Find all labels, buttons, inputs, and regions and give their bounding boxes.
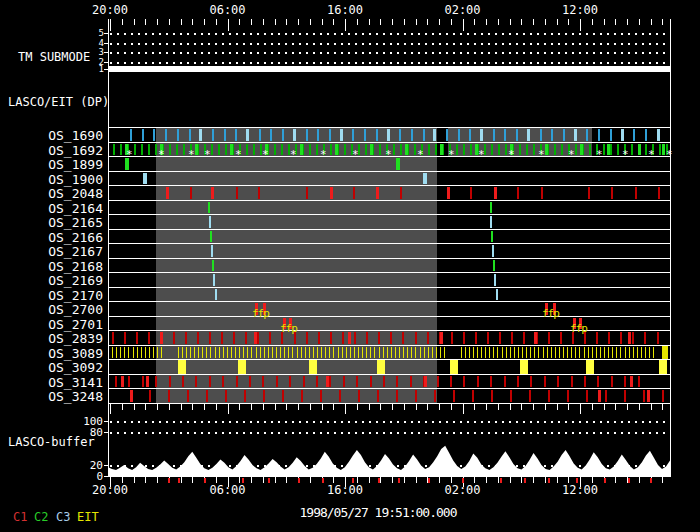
event-tick <box>632 332 634 344</box>
event-tick <box>136 332 138 344</box>
event-tick <box>463 376 465 388</box>
event-tick <box>514 347 515 359</box>
tm-submode-level-tick <box>104 52 108 53</box>
event-tick <box>477 347 478 359</box>
event-tick <box>209 216 211 228</box>
event-tick <box>538 347 539 359</box>
event-tick <box>554 144 556 156</box>
axis-tick-buffer <box>181 404 182 410</box>
event-tick <box>641 347 642 359</box>
event-tick <box>588 187 590 199</box>
event-tick <box>446 129 448 141</box>
event-tick <box>463 332 465 344</box>
asterisk-marker: * <box>126 149 133 160</box>
event-tick <box>370 347 371 359</box>
event-tick <box>112 347 113 359</box>
event-tick <box>511 332 513 344</box>
axis-tick-buffer <box>263 404 264 410</box>
axis-tick-buffer <box>216 404 217 410</box>
event-tick <box>316 144 318 156</box>
event-tick <box>435 144 437 156</box>
event-tick <box>487 332 489 344</box>
row-separator <box>108 287 670 288</box>
event-tick <box>502 347 503 359</box>
asterisk-marker: * <box>158 149 165 160</box>
event-tick <box>534 347 535 359</box>
event-tick <box>427 332 429 344</box>
event-tick <box>407 347 408 359</box>
event-tick <box>149 390 151 402</box>
event-tick <box>638 376 640 388</box>
event-tick <box>432 347 433 359</box>
asterisk-marker: * <box>508 149 515 160</box>
event-tick-bold <box>607 144 610 156</box>
event-tick <box>461 347 462 359</box>
legend-item-c1: C1 <box>13 511 27 523</box>
buffer-gap-tick <box>322 478 324 483</box>
buffer-gap-tick <box>168 478 170 483</box>
event-tick <box>297 347 298 359</box>
event-tick <box>189 129 191 141</box>
buffer-gap-tick <box>178 478 180 483</box>
axis-tick-top <box>216 19 217 25</box>
event-tick <box>225 144 227 156</box>
axis-tick-top <box>627 19 628 25</box>
axis-tick-buffer <box>322 404 323 410</box>
event-tick <box>219 347 220 359</box>
event-tick <box>288 347 289 359</box>
event-tick <box>187 390 189 402</box>
buffer-gap-tick <box>352 478 354 483</box>
event-tick <box>225 390 227 402</box>
event-tick <box>588 347 589 359</box>
asterisk-marker: * <box>417 149 424 160</box>
event-tick <box>218 144 220 156</box>
event-tick <box>526 347 527 359</box>
row-separator <box>108 388 670 389</box>
event-tick <box>211 144 213 156</box>
axis-tick-top <box>427 19 428 25</box>
event-tick <box>604 347 605 359</box>
event-tick <box>470 187 472 199</box>
event-tick <box>157 347 158 359</box>
timeline-row-label: OS_1900 <box>3 173 103 186</box>
event-block <box>238 360 246 374</box>
event-tick <box>504 376 506 388</box>
daylight-window-segment <box>156 302 437 316</box>
event-tick <box>168 390 170 402</box>
event-tick <box>415 347 416 359</box>
asterisk-marker: * <box>568 149 575 160</box>
event-tick-bold <box>405 144 408 156</box>
axis-tick-top <box>345 19 346 31</box>
event-tick <box>274 144 276 156</box>
event-tick <box>177 129 179 141</box>
event-tick <box>475 332 477 344</box>
axis-tick-top <box>463 19 464 31</box>
event-tick <box>499 332 501 344</box>
axis-tick-buffer <box>357 404 358 410</box>
event-tick <box>653 347 654 359</box>
row-separator <box>108 243 670 244</box>
event-tick-bold <box>195 144 198 156</box>
event-tick-bold <box>376 187 379 199</box>
event-tick <box>423 173 427 185</box>
event-tick <box>645 129 647 141</box>
event-tick <box>329 376 331 388</box>
event-tick <box>402 332 404 344</box>
event-tick <box>153 129 155 141</box>
event-tick <box>270 129 272 141</box>
event-tick <box>491 144 493 156</box>
event-block <box>309 360 317 374</box>
event-tick <box>145 347 146 359</box>
event-tick-bold <box>130 390 133 402</box>
event-tick <box>176 144 178 156</box>
event-tick <box>399 129 401 141</box>
event-tick-bold <box>326 376 329 388</box>
event-tick <box>352 129 354 141</box>
event-tick <box>608 332 610 344</box>
event-tick <box>374 347 375 359</box>
event-tick <box>243 347 244 359</box>
event-tick <box>493 347 494 359</box>
event-tick <box>306 187 308 199</box>
asterisk-marker: * <box>262 149 269 160</box>
axis-tick-top <box>380 19 381 25</box>
